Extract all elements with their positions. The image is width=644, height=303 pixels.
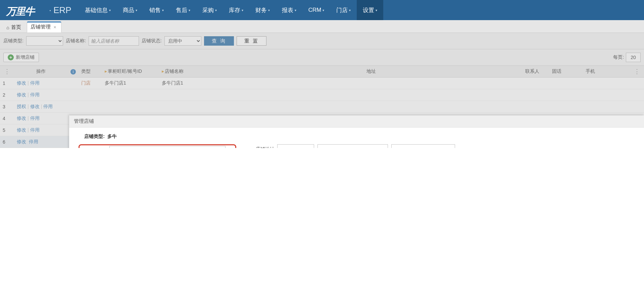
caret-down-icon: ▾	[162, 8, 164, 12]
tab-home[interactable]: ⌂ 首页	[3, 22, 26, 33]
logo-image: 万里牛	[6, 5, 43, 15]
caret-down-icon: ▾	[349, 8, 351, 12]
caret-down-icon: ▾	[295, 8, 296, 12]
filter-name-input[interactable]	[89, 36, 139, 46]
top-nav: 万里牛 · ERP 基础信息▾ 商品▾ 销售▾ 售后▾ 采购▾ 库存▾ 财务▾ …	[0, 0, 644, 20]
filter-name-label: 店铺名称:	[66, 38, 86, 44]
brand-suffix: ERP	[53, 5, 71, 15]
shop-code-input[interactable]	[109, 146, 226, 148]
nav-basic-info[interactable]: 基础信息▾	[79, 0, 117, 20]
caret-down-icon: ▾	[323, 8, 324, 12]
nav-purchase[interactable]: 采购▾	[196, 0, 223, 20]
auth-link[interactable]: 授权	[17, 104, 26, 109]
caret-down-icon: ▾	[109, 8, 111, 12]
caret-down-icon: ▾	[215, 8, 217, 12]
modify-link[interactable]: 修改	[30, 104, 40, 109]
th-wangwang[interactable]: ▸掌柜旺旺/账号ID	[102, 66, 159, 78]
table-row: 3 授权|修改|停用	[0, 101, 644, 113]
logo-area: 万里牛 · ERP	[0, 5, 79, 15]
addr-label: 店铺地址:	[250, 146, 276, 148]
th-tel: 固话	[549, 66, 583, 78]
nav-finance[interactable]: 财务▾	[249, 0, 276, 20]
caret-down-icon: ▾	[376, 8, 377, 12]
toolbar: + 新增店铺 每页:	[0, 49, 644, 66]
add-shop-button[interactable]: + 新增店铺	[3, 53, 39, 62]
modify-link[interactable]: 修改	[17, 115, 26, 121]
th-contact: 联系人	[523, 66, 549, 78]
disable-link[interactable]: 停用	[29, 139, 38, 144]
page-size-label: 每页:	[613, 54, 624, 60]
th-shop-name[interactable]: ▸店铺名称	[159, 66, 219, 78]
disable-link[interactable]: 停用	[30, 127, 40, 133]
addr-city-select[interactable]	[317, 144, 388, 148]
disable-link[interactable]: 停用	[30, 92, 40, 97]
plus-icon: +	[8, 54, 14, 60]
nav-aftersale[interactable]: 售后▾	[170, 0, 196, 20]
caret-down-icon: ▾	[268, 8, 270, 12]
modify-link[interactable]: 修改	[17, 80, 26, 86]
nav-crm[interactable]: CRM▾	[302, 0, 331, 20]
tab-strip: ⌂ 首页 店铺管理 ×	[0, 20, 644, 33]
sort-icon: ▸	[162, 68, 164, 74]
filter-bar: 店铺类型: 店铺名称: 店铺状态: 启用中 查 询 重 置	[0, 33, 644, 49]
query-button[interactable]: 查 询	[204, 36, 234, 46]
table-row: 2 修改|停用	[0, 89, 644, 101]
caret-down-icon: ▾	[242, 8, 243, 12]
modify-link[interactable]: 修改	[17, 127, 26, 133]
modify-link[interactable]: 修改	[17, 92, 26, 97]
close-icon[interactable]: ×	[53, 24, 56, 30]
reset-button[interactable]: 重 置	[237, 36, 266, 46]
sort-icon: ▸	[105, 68, 107, 74]
type-cell: 门店	[79, 78, 102, 89]
nav-items: 基础信息▾ 商品▾ 销售▾ 售后▾ 采购▾ 库存▾ 财务▾ 报表▾ CRM▾ 门…	[79, 0, 384, 20]
th-mobile: 手机	[583, 66, 630, 78]
filter-status-select[interactable]: 启用中	[164, 36, 201, 46]
tab-shop-manage[interactable]: 店铺管理 ×	[27, 21, 61, 33]
disable-link[interactable]: 停用	[30, 80, 40, 86]
nav-settings[interactable]: 设置▾	[357, 0, 383, 20]
nav-report[interactable]: 报表▾	[276, 0, 302, 20]
modify-link[interactable]: 修改	[17, 139, 26, 144]
caret-down-icon: ▾	[136, 8, 137, 12]
page-size-control: 每页:	[613, 53, 641, 62]
nav-inventory[interactable]: 库存▾	[223, 0, 249, 20]
filter-type-label: 店铺类型:	[3, 38, 23, 44]
drag-handle-icon[interactable]: ⋮	[633, 68, 641, 75]
table-row: 1 修改|停用 门店 多牛门店1 多牛门店1	[0, 78, 644, 89]
logo-separator: ·	[47, 5, 53, 15]
modal-title: 管理店铺	[69, 115, 644, 128]
addr-province-select[interactable]	[277, 144, 314, 148]
caret-down-icon: ▾	[189, 8, 190, 12]
nav-store[interactable]: 门店▾	[330, 0, 357, 20]
filter-type-select[interactable]	[26, 36, 63, 46]
nav-product[interactable]: 商品▾	[117, 0, 143, 20]
shop-code-highlight: 店铺编码: ▸	[79, 144, 236, 148]
nav-sales[interactable]: 销售▾	[143, 0, 170, 20]
filter-status-label: 店铺状态:	[142, 38, 162, 44]
drag-handle-icon[interactable]: ⋮	[3, 68, 11, 75]
th-address: 地址	[219, 66, 523, 78]
th-op: 操作	[14, 66, 68, 78]
addr-detail-input[interactable]	[391, 144, 455, 148]
manage-shop-modal: 管理店铺 店铺类型: 多牛 店铺编码: ▸ 店铺名称: ▸	[69, 115, 644, 148]
disable-link[interactable]: 停用	[43, 104, 53, 109]
page-size-input[interactable]	[626, 53, 641, 62]
th-type: 类型	[79, 66, 102, 78]
home-icon: ⌂	[6, 25, 9, 30]
disable-link[interactable]: 停用	[30, 115, 40, 121]
type-value: 多牛	[107, 134, 117, 140]
type-label: 店铺类型:	[79, 134, 105, 140]
info-icon[interactable]: i	[70, 69, 76, 74]
